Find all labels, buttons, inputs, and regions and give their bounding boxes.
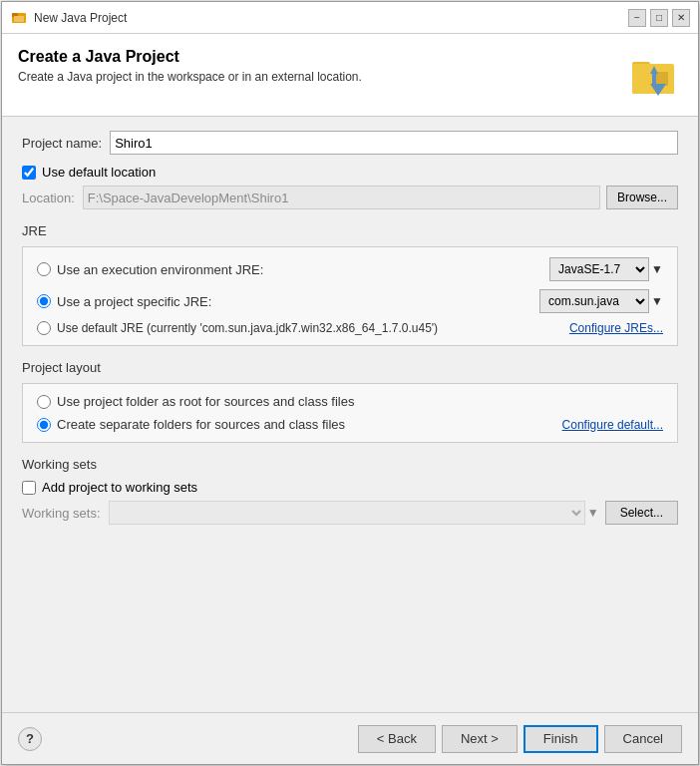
jre-option2-label: Use a project specific JRE: [57, 294, 539, 309]
dialog-window: New Java Project − □ ✕ Create a Java Pro… [1, 1, 699, 765]
jre-option3-radio[interactable] [37, 321, 51, 335]
configure-jres-link[interactable]: Configure JREs... [569, 321, 663, 335]
jre-option1-dropdown-arrow: ▼ [651, 262, 663, 276]
title-bar: New Java Project − □ ✕ [2, 2, 698, 34]
window-title: New Java Project [34, 11, 628, 25]
jre-option3-label: Use default JRE (currently 'com.sun.java… [57, 321, 563, 335]
jre-section-label: JRE [22, 223, 678, 238]
maximize-button[interactable]: □ [650, 9, 668, 27]
layout-option2-row: Create separate folders for sources and … [37, 417, 663, 432]
project-name-input[interactable] [110, 131, 678, 155]
jre-group-box: Use an execution environment JRE: JavaSE… [22, 246, 678, 346]
jre-option1-select[interactable]: JavaSE-1.7 [549, 257, 649, 281]
use-default-location-label: Use default location [42, 165, 156, 180]
help-button[interactable]: ? [18, 727, 42, 751]
finish-button[interactable]: Finish [524, 725, 598, 753]
configure-default-link[interactable]: Configure default... [562, 418, 663, 432]
svg-rect-2 [14, 16, 24, 22]
layout-option2-radio[interactable] [37, 418, 51, 432]
location-row: Location: Browse... [22, 186, 678, 209]
project-layout-section: Project layout Use project folder as roo… [22, 360, 678, 443]
next-button[interactable]: Next > [442, 725, 518, 753]
add-to-working-sets-row: Add project to working sets [22, 480, 678, 495]
close-button[interactable]: ✕ [672, 9, 690, 27]
project-name-label: Project name: [22, 136, 102, 151]
add-to-working-sets-label: Add project to working sets [42, 480, 197, 495]
location-label: Location: [22, 191, 75, 205]
jre-option2-select[interactable]: com.sun.java [539, 289, 649, 313]
header-text: Create a Java Project Create a Java proj… [18, 48, 362, 84]
footer-buttons: < Back Next > Finish Cancel [358, 725, 682, 753]
svg-rect-8 [652, 74, 656, 86]
jre-option2-radio[interactable] [37, 294, 51, 308]
working-sets-select [109, 501, 585, 525]
select-button[interactable]: Select... [605, 501, 678, 525]
dialog-footer: ? < Back Next > Finish Cancel [2, 712, 698, 764]
dialog-content: Project name: Use default location Locat… [2, 117, 698, 712]
layout-option2-label: Create separate folders for sources and … [57, 417, 562, 432]
jre-option1-radio[interactable] [37, 262, 51, 276]
window-controls: − □ ✕ [628, 9, 690, 27]
jre-option1-row: Use an execution environment JRE: JavaSE… [37, 257, 663, 281]
working-sets-field-label: Working sets: [22, 506, 101, 521]
use-default-location-row: Use default location [22, 165, 678, 180]
cancel-button[interactable]: Cancel [604, 725, 682, 753]
svg-marker-6 [654, 72, 668, 86]
add-to-working-sets-checkbox[interactable] [22, 481, 36, 495]
header-icon [626, 48, 682, 104]
use-default-location-checkbox[interactable] [22, 166, 36, 180]
jre-option1-label: Use an execution environment JRE: [57, 262, 549, 277]
jre-option3-row: Use default JRE (currently 'com.sun.java… [37, 321, 663, 335]
jre-option2-row: Use a project specific JRE: com.sun.java… [37, 289, 663, 313]
project-name-row: Project name: [22, 131, 678, 155]
dialog-description: Create a Java project in the workspace o… [18, 70, 362, 84]
layout-option1-label: Use project folder as root for sources a… [57, 394, 663, 409]
jre-option2-dropdown-arrow: ▼ [651, 294, 663, 308]
header-section: Create a Java Project Create a Java proj… [2, 34, 698, 117]
dialog-title: Create a Java Project [18, 48, 362, 66]
minimize-button[interactable]: − [628, 9, 646, 27]
layout-option1-radio[interactable] [37, 395, 51, 409]
working-sets-dropdown-arrow: ▼ [587, 506, 599, 520]
browse-button[interactable]: Browse... [606, 186, 678, 209]
jre-section: JRE Use an execution environment JRE: Ja… [22, 223, 678, 346]
project-layout-label: Project layout [22, 360, 678, 375]
back-button[interactable]: < Back [358, 725, 436, 753]
project-layout-group-box: Use project folder as root for sources a… [22, 383, 678, 443]
window-icon [10, 9, 28, 27]
layout-option1-row: Use project folder as root for sources a… [37, 394, 663, 409]
working-sets-section: Working sets Add project to working sets… [22, 457, 678, 525]
location-input [83, 186, 600, 209]
working-sets-input-row: Working sets: ▼ Select... [22, 501, 678, 525]
working-sets-label: Working sets [22, 457, 678, 472]
